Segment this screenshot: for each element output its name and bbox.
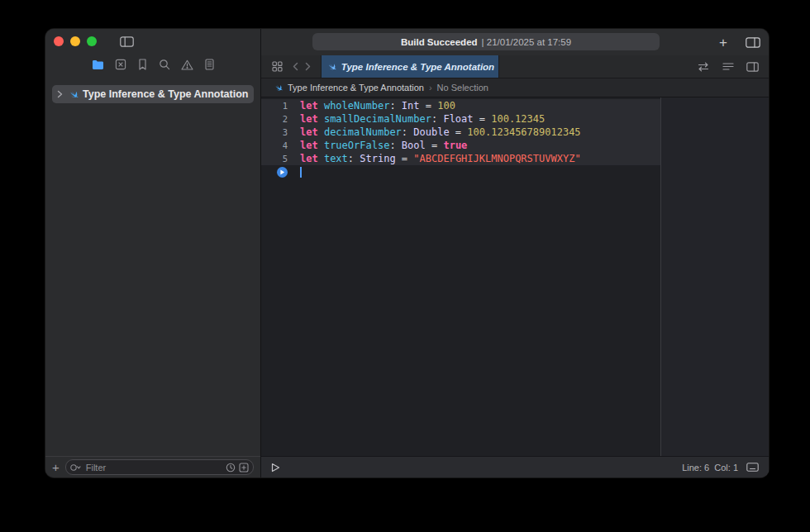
jumpbar-file-name[interactable]: Type Inference & Type Annotation	[288, 83, 424, 93]
clock-icon	[226, 463, 236, 473]
code-scroll: 1let wholeNumber: Int = 1002let smallDec…	[261, 97, 660, 178]
playground-file-item[interactable]: Type Inference & Type Annotation	[52, 85, 254, 103]
cursor-cell	[294, 167, 302, 178]
go-back-button[interactable]	[293, 55, 298, 78]
filter-input[interactable]	[84, 462, 222, 473]
tab-overview-button[interactable]	[272, 55, 283, 78]
search-icon	[159, 59, 170, 70]
swap-arrows-icon	[697, 62, 710, 72]
issues-navigator-tab[interactable]	[115, 59, 126, 70]
minimize-window-button[interactable]	[70, 36, 80, 46]
add-editor-button[interactable]	[746, 62, 759, 72]
zoom-window-button[interactable]	[87, 36, 97, 46]
code-line[interactable]: 1let wholeNumber: Int = 100	[261, 99, 660, 112]
line-number: 2	[261, 112, 294, 126]
warnings-navigator-tab[interactable]	[181, 59, 193, 70]
add-file-button[interactable]: +	[52, 461, 60, 473]
source-editor[interactable]: 1let wholeNumber: Int = 1002let smallDec…	[261, 97, 769, 456]
recent-files-filter-button[interactable]	[226, 463, 236, 473]
disclosure-chevron-icon	[57, 90, 63, 98]
code-line[interactable]: 4let trueOrFalse: Bool = true	[261, 139, 660, 152]
tab-bar-right	[697, 55, 769, 78]
line-number: 5	[261, 152, 294, 165]
chevron-right-icon	[305, 62, 311, 71]
plus-square-icon	[239, 463, 249, 473]
run-gutter	[261, 167, 294, 178]
build-status-time: | 21/01/2025 at 17:59	[482, 37, 572, 47]
code-text: let smallDecimalNumber: Float = 100.1234…	[294, 112, 545, 126]
x-square-icon	[115, 59, 126, 70]
navigator-sidebar: Type Inference & Type Annotation +	[45, 29, 261, 477]
editor-layout-button[interactable]	[746, 37, 760, 48]
line-number: 3	[261, 126, 294, 139]
filter-field[interactable]	[65, 459, 254, 475]
line-col-indicator: Line: 6 Col: 1	[682, 463, 738, 473]
swift-tab-icon	[326, 61, 336, 72]
chevron-left-icon	[293, 62, 298, 71]
jump-bar[interactable]: Type Inference & Type Annotation › No Se…	[261, 78, 769, 97]
code-area-lines: 1let wholeNumber: Int = 1002let smallDec…	[261, 99, 660, 165]
filter-icon	[70, 463, 81, 472]
split-window-icon	[746, 37, 760, 48]
activity-status: Build Succeeded | 21/01/2025 at 17:59	[312, 33, 660, 50]
code-text: let decimalNumber: Double = 100.12345678…	[294, 126, 581, 139]
toolbar-right: +	[719, 29, 760, 55]
keyboard-icon	[746, 463, 759, 472]
project-navigator-tab[interactable]	[92, 59, 104, 70]
go-forward-button[interactable]	[305, 55, 311, 78]
line-number: 4	[261, 139, 294, 152]
navigator-tab-bar	[45, 54, 260, 75]
folder-icon	[92, 59, 104, 70]
editor-options-icon	[722, 62, 734, 72]
jumpbar-separator: ›	[429, 83, 432, 93]
code-text: let text: String = "ABCDEFGHIJKLMNOPQRST…	[294, 152, 581, 165]
warning-triangle-icon	[181, 59, 193, 70]
sidebar-toggle-icon	[120, 36, 134, 47]
status-right: Line: 6 Col: 1	[682, 463, 759, 473]
run-play-icon	[271, 463, 280, 473]
split-editor-icon	[746, 62, 759, 72]
playground-file-label: Type Inference & Type Annotation	[83, 88, 248, 100]
file-tree: Type Inference & Type Annotation	[45, 75, 260, 456]
code-review-button[interactable]	[697, 62, 710, 72]
library-add-button[interactable]: +	[719, 36, 727, 50]
debug-bar: Line: 6 Col: 1	[261, 456, 769, 477]
play-icon	[279, 169, 285, 175]
code-line[interactable]: 5let text: String = "ABCDEFGHIJKLMNOPQRS…	[261, 152, 660, 165]
code-line[interactable]: 2let smallDecimalNumber: Float = 100.123…	[261, 112, 660, 126]
playground-results-pane	[660, 97, 769, 456]
reports-navigator-tab[interactable]	[204, 59, 215, 70]
report-doc-icon	[204, 59, 215, 70]
close-window-button[interactable]	[54, 36, 64, 46]
bookmarks-navigator-tab[interactable]	[137, 59, 148, 70]
sidebar-bottom-bar: +	[45, 456, 260, 477]
toggle-sidebar-button[interactable]	[120, 36, 134, 47]
swift-playground-icon	[67, 88, 79, 100]
search-navigator-tab[interactable]	[159, 59, 170, 70]
run-playground-button[interactable]	[271, 463, 280, 473]
tab-playground[interactable]: Type Inference & Type Annotation	[321, 55, 499, 78]
swift-jumpbar-icon	[273, 83, 283, 93]
keyboard-shortcuts-button[interactable]	[746, 463, 759, 472]
titlebar-left	[45, 29, 260, 54]
scm-status-filter-button[interactable]	[239, 463, 249, 473]
line-number: 1	[261, 99, 294, 112]
editor-area: Build Succeeded | 21/01/2025 at 17:59 +	[261, 29, 769, 477]
code-text: let trueOrFalse: Bool = true	[294, 139, 467, 152]
code-line-current[interactable]	[261, 165, 660, 178]
editor-toolbar: Build Succeeded | 21/01/2025 at 17:59 +	[261, 29, 769, 55]
bookmark-icon	[137, 59, 148, 70]
grid-icon	[272, 61, 283, 72]
playground-run-line-button[interactable]	[277, 167, 288, 178]
tab-label: Type Inference & Type Annotation	[341, 62, 494, 72]
tab-bar: Type Inference & Type Annotation	[261, 55, 769, 78]
xcode-window: Type Inference & Type Annotation +	[45, 29, 769, 477]
text-cursor	[300, 167, 302, 178]
adjust-editor-options-button[interactable]	[722, 62, 734, 72]
code-text: let wholeNumber: Int = 100	[294, 99, 455, 112]
jumpbar-selection[interactable]: No Selection	[437, 83, 488, 93]
code-line[interactable]: 3let decimalNumber: Double = 100.1234567…	[261, 126, 660, 139]
build-status-text: Build Succeeded	[401, 37, 478, 47]
